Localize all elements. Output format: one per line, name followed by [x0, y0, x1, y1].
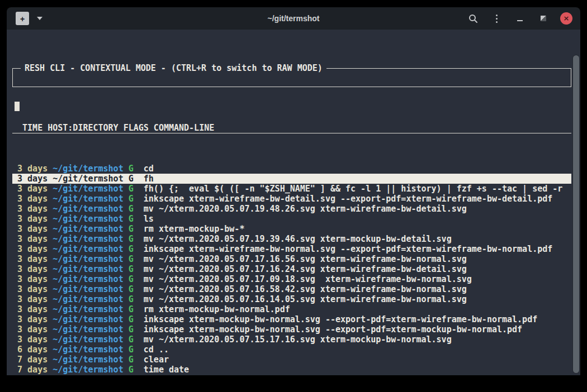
row-time: 3 days — [17, 304, 48, 314]
row-command: fh() {; eval $( ([ -n "$ZSH_NAME" ] && f… — [144, 184, 563, 194]
history-row[interactable]: 3 days ~/git/termshot G mv ~/xterm.2020.… — [12, 204, 571, 214]
kebab-menu-icon — [496, 15, 498, 23]
row-flags: G — [129, 345, 134, 355]
row-host-directory: ~/git/termshot — [53, 375, 123, 375]
row-command: inkscape xterm-mockup-bw-normal.svg --ex… — [144, 314, 537, 324]
minimize-button[interactable] — [513, 12, 527, 25]
row-flags: G — [129, 254, 134, 264]
row-time: 3 days — [17, 234, 48, 244]
history-row[interactable]: 3 days ~/git/termshot G rm xterm-mockup-… — [12, 224, 571, 234]
row-flags: G — [129, 355, 134, 365]
search-input[interactable]: RESH CLI - CONTEXTUAL MODE - (CTRL+R to … — [12, 68, 571, 87]
history-row[interactable]: 3 days ~/git/termshot G mv ~/xterm.2020.… — [12, 334, 571, 345]
row-host-directory: ~/git/termshot — [53, 324, 123, 334]
history-row[interactable]: 7 days ~/git/termshot G clear — [12, 355, 571, 365]
search-button[interactable] — [466, 12, 480, 25]
row-host-directory: ~/git/termshot — [53, 204, 123, 214]
history-row[interactable]: 3 days ~/git/termshot G mv ~/xterm.2020.… — [12, 284, 571, 294]
row-flags: G — [129, 294, 134, 304]
search-icon — [468, 14, 478, 23]
row-host-directory: ~/git/termshot — [53, 194, 123, 204]
row-time: 3 days — [17, 284, 48, 294]
history-row[interactable]: 3 days ~/git/termshot G fh — [12, 174, 571, 184]
terminal-window: + ~/git/termshot × — [7, 7, 580, 375]
row-time: 7 days — [17, 365, 48, 375]
row-command: inkscape xterm-mockup-bw-normal.svg --ex… — [144, 324, 522, 334]
row-command: time date — [144, 365, 189, 375]
row-host-directory: ~/git/termshot — [53, 334, 123, 345]
row-flags: G — [129, 304, 134, 314]
row-host-directory: ~/git/termshot — [53, 355, 123, 365]
history-row[interactable]: 7 days ~/git/termshot G time date — [12, 365, 571, 375]
row-flags: G — [129, 184, 134, 194]
row-time: 3 days — [17, 204, 48, 214]
history-row[interactable]: 3 days ~/git/termshot G fh() {; eval $( … — [12, 184, 571, 194]
row-flags: G — [129, 284, 134, 294]
history-row[interactable]: 3 days ~/git/termshot G ls — [12, 214, 571, 224]
row-flags: G — [129, 324, 134, 334]
row-flags: G — [129, 334, 134, 345]
row-time: 3 days — [17, 224, 48, 234]
row-host-directory: ~/git/termshot — [53, 174, 123, 184]
scrollbar[interactable] — [572, 55, 580, 374]
row-command: mv ~/xterm.2020.05.07.16.14.05.svg xterm… — [144, 294, 467, 304]
row-flags: G — [129, 375, 134, 375]
row-command: cd .. — [144, 345, 169, 355]
close-button[interactable]: × — [560, 12, 572, 25]
text-cursor — [15, 102, 20, 111]
menu-button[interactable] — [490, 12, 503, 25]
row-host-directory: ~/git/termshot — [53, 345, 123, 355]
row-command: time x=1 — [144, 375, 184, 375]
row-command: mv ~/xterm.2020.05.07.17.16.56.svg xterm… — [144, 254, 467, 264]
history-row[interactable]: 3 days ~/git/termshot G rm xterm-mockup-… — [12, 304, 571, 314]
history-row[interactable]: 3 days ~/git/termshot G inkscape xterm-m… — [12, 324, 571, 334]
row-host-directory: ~/git/termshot — [53, 214, 123, 224]
history-table-body: 3 days ~/git/termshot G cd3 days ~/git/t… — [12, 164, 571, 375]
row-host-directory: ~/git/termshot — [53, 164, 123, 174]
row-host-directory: ~/git/termshot — [53, 244, 123, 254]
row-command: cd — [144, 164, 154, 174]
row-flags: G — [129, 164, 134, 174]
history-row[interactable]: 3 days ~/git/termshot G mv ~/xterm.2020.… — [12, 264, 571, 274]
chevron-down-icon[interactable] — [37, 17, 42, 20]
history-row[interactable]: 6 days ~/git/termshot G cd .. — [12, 345, 571, 355]
history-row[interactable]: 3 days ~/git/termshot G mv ~/xterm.2020.… — [12, 254, 571, 264]
row-time: 3 days — [17, 184, 48, 194]
row-host-directory: ~/git/termshot — [53, 314, 123, 324]
row-host-directory: ~/git/termshot — [53, 365, 123, 375]
row-command: inkscape xterm-wireframe-bw-detail.svg -… — [144, 194, 553, 204]
row-command: clear — [144, 355, 169, 365]
row-flags: G — [129, 264, 134, 274]
row-time: 3 days — [17, 254, 48, 264]
titlebar[interactable]: + ~/git/termshot × — [7, 7, 580, 30]
row-time: 3 days — [17, 194, 48, 204]
row-flags: G — [129, 224, 134, 234]
row-time: 3 days — [17, 314, 48, 324]
row-host-directory: ~/git/termshot — [53, 294, 123, 304]
history-row[interactable]: 3 days ~/git/termshot G mv ~/xterm.2020.… — [12, 234, 571, 244]
row-time: 3 days — [17, 164, 48, 174]
row-flags: G — [129, 194, 134, 204]
history-row[interactable]: 3 days ~/git/termshot G inkscape xterm-m… — [12, 314, 571, 324]
history-row[interactable]: 3 days ~/git/termshot G mv ~/xterm.2020.… — [12, 294, 571, 304]
row-flags: G — [129, 274, 134, 284]
history-row[interactable]: 3 days ~/git/termshot G mv ~/xterm.2020.… — [12, 274, 571, 284]
row-flags: G — [129, 234, 134, 244]
new-tab-button[interactable]: + — [16, 12, 29, 25]
history-row[interactable]: 3 days ~/git/termshot G inkscape xterm-w… — [12, 194, 571, 204]
row-command: mv ~/xterm.2020.05.07.17.16.24.svg xterm… — [144, 264, 467, 274]
row-time: 3 days — [17, 334, 48, 345]
scrollbar-thumb[interactable] — [573, 55, 579, 373]
restore-icon — [541, 16, 546, 21]
history-row[interactable]: 3 days ~/git/termshot G inkscape xterm-w… — [12, 244, 571, 254]
plus-icon: + — [20, 15, 25, 23]
history-row[interactable]: 3 days ~/git/termshot G cd — [12, 164, 571, 174]
minimize-icon — [517, 20, 523, 21]
history-row[interactable]: 7 days ~/git/termshot G time x=1 — [12, 375, 571, 375]
row-command: rm xterm-mockup-bw-normal.pdf — [144, 304, 290, 314]
terminal-content: RESH CLI - CONTEXTUAL MODE - (CTRL+R to … — [7, 30, 580, 375]
row-flags: G — [129, 214, 134, 224]
row-flags: G — [129, 365, 134, 375]
restore-button[interactable] — [537, 12, 550, 25]
row-command: inkscape xterm-wireframe-bw-normal.svg -… — [144, 244, 553, 254]
